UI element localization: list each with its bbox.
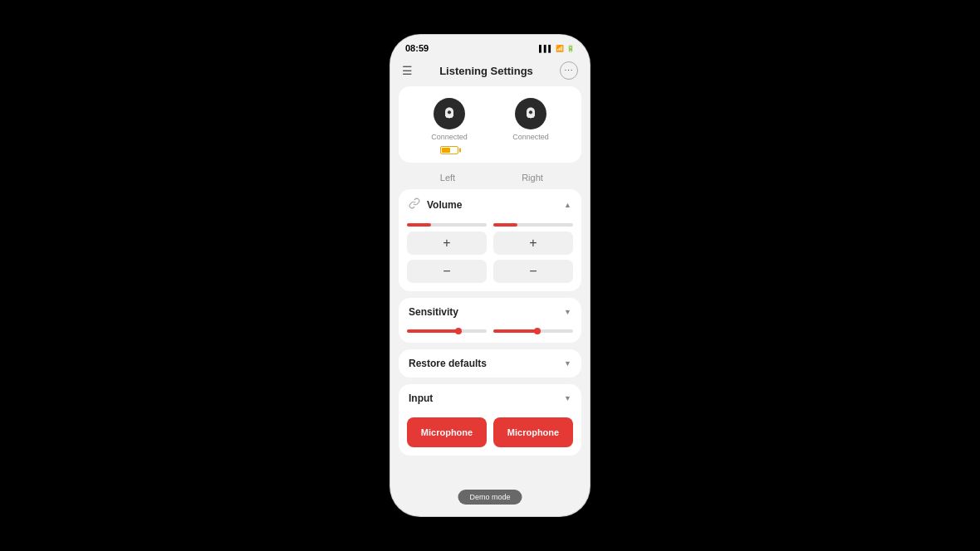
sensitivity-section-header: Sensitivity ▼	[399, 298, 581, 326]
left-volume-track[interactable]	[407, 223, 487, 227]
input-body: Microphone Microphone	[399, 412, 581, 456]
left-connected-label: Connected	[431, 133, 468, 141]
input-section-header: Input ▼	[399, 384, 581, 412]
demo-mode-bar: Demo mode	[458, 490, 522, 505]
right-volume-minus-button[interactable]: −	[493, 260, 573, 283]
page-title: Listening Settings	[439, 65, 533, 77]
scroll-content: Connected Connected	[390, 86, 590, 516]
status-time: 08:59	[405, 43, 429, 53]
left-device-icon	[434, 98, 465, 129]
restore-section-header[interactable]: Restore defaults ▼	[399, 349, 581, 378]
right-device-icon	[515, 98, 546, 129]
left-device: Connected	[431, 98, 468, 154]
volume-section-header: Volume ▲	[399, 189, 581, 220]
volume-section: Volume ▲	[399, 189, 581, 291]
sensitivity-section: Sensitivity ▼	[399, 298, 581, 343]
left-volume-minus-button[interactable]: −	[407, 260, 487, 283]
status-bar: 08:59 ▌▌▌ 📶 🔋	[390, 35, 590, 56]
sensitivity-sliders-row	[407, 329, 573, 333]
input-title: Input	[409, 393, 433, 404]
left-label: Left	[414, 173, 481, 183]
right-volume-track[interactable]	[493, 223, 573, 227]
right-label: Right	[499, 173, 566, 183]
plus-buttons-row: + +	[407, 232, 573, 255]
svg-point-0	[448, 110, 451, 114]
more-options-button[interactable]: ⋯	[560, 61, 578, 80]
phone-frame: 08:59 ▌▌▌ 📶 🔋 ☰ Listening Settings ⋯	[390, 35, 590, 516]
right-device: Connected	[512, 98, 549, 141]
wifi-icon: 📶	[556, 45, 564, 52]
sensitivity-title: Sensitivity	[409, 306, 458, 318]
input-chevron-icon: ▼	[564, 394, 571, 402]
input-section: Input ▼ Microphone Microphone	[399, 384, 581, 456]
volume-chevron-icon: ▲	[564, 201, 571, 209]
right-microphone-button[interactable]: Microphone	[493, 417, 573, 447]
restore-chevron-icon: ▼	[564, 359, 571, 368]
microphone-buttons-row: Microphone Microphone	[407, 417, 573, 447]
right-sensitivity-track[interactable]	[493, 329, 573, 333]
left-battery	[440, 146, 458, 154]
volume-title: Volume	[427, 199, 462, 211]
restore-title: Restore defaults	[409, 358, 487, 369]
sensitivity-body	[399, 326, 581, 343]
signal-icon: ▌▌▌	[539, 45, 553, 52]
left-volume-plus-button[interactable]: +	[407, 232, 487, 255]
left-sensitivity-track[interactable]	[407, 329, 487, 333]
status-icons: ▌▌▌ 📶 🔋	[539, 45, 575, 52]
link-icon	[409, 197, 420, 212]
volume-slider-row	[407, 220, 573, 227]
svg-point-1	[529, 110, 532, 114]
menu-icon[interactable]: ☰	[402, 64, 413, 77]
right-connected-label: Connected	[512, 133, 549, 141]
minus-buttons-row: − −	[407, 260, 573, 283]
lr-labels-row: Left Right	[399, 169, 581, 189]
device-card: Connected Connected	[399, 86, 581, 163]
battery-icon: 🔋	[566, 45, 575, 52]
right-volume-plus-button[interactable]: +	[493, 232, 573, 255]
restore-section[interactable]: Restore defaults ▼	[399, 349, 581, 378]
left-microphone-button[interactable]: Microphone	[407, 417, 487, 447]
sensitivity-chevron-icon: ▼	[564, 308, 571, 316]
app-header: ☰ Listening Settings ⋯	[390, 56, 590, 86]
